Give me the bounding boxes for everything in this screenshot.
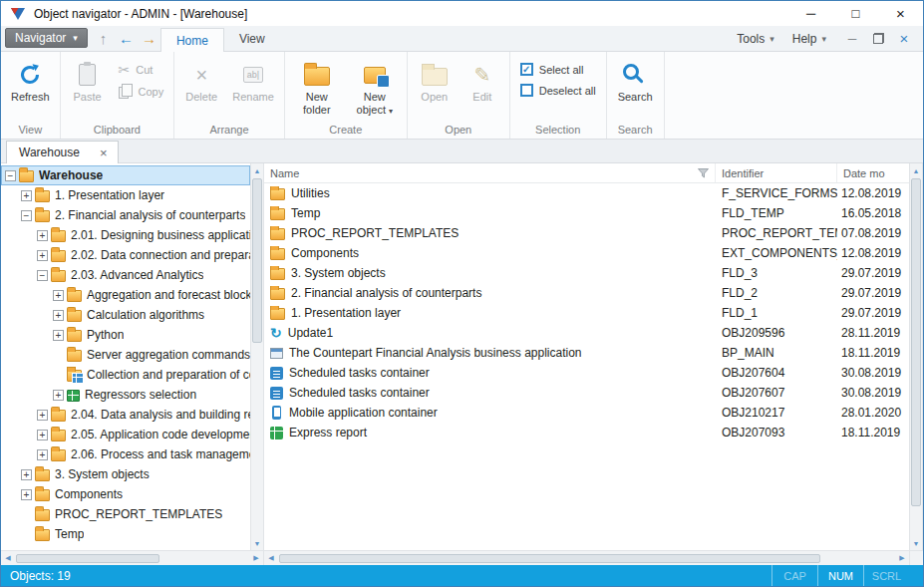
list-row[interactable]: 1. Presentation layerFLD_129.07.2019 <box>264 303 909 323</box>
help-menu[interactable]: Help ▾ <box>783 26 835 51</box>
tab-home[interactable]: Home <box>160 28 224 52</box>
maximize-button[interactable]: □ <box>833 1 878 26</box>
list-row[interactable]: Scheduled tasks containerOBJ20760430.08.… <box>264 363 909 383</box>
tree-vertical-scrollbar[interactable]: ▲ ▼ <box>250 163 264 550</box>
list-horizontal-scrollbar[interactable]: ◀ ▶ <box>264 551 909 565</box>
tree-item[interactable]: −2. Financial analysis of counterparts <box>1 205 250 225</box>
list-row[interactable]: TempFLD_TEMP16.05.2018 <box>264 203 909 223</box>
scroll-right-icon[interactable]: ▶ <box>249 551 263 565</box>
column-header-identifier[interactable]: Identifier <box>716 163 837 182</box>
close-tab-icon[interactable]: × <box>100 146 108 160</box>
tree-item[interactable]: +3. System objects <box>1 464 250 484</box>
edit-button[interactable]: ✎ Edit <box>459 55 506 106</box>
collapse-icon[interactable]: − <box>5 170 16 181</box>
cut-button[interactable]: ✂ Cut <box>112 61 171 79</box>
tools-menu[interactable]: Tools ▾ <box>728 26 783 51</box>
tree-horizontal-scrollbar[interactable]: ◀ ▶ <box>1 551 264 565</box>
scroll-down-icon[interactable]: ▼ <box>909 536 923 550</box>
navigation-arrows: ↑ ← → <box>92 28 160 48</box>
filter-icon[interactable] <box>698 168 709 178</box>
tree-item[interactable]: +Aggregation and forecast blocks <box>1 285 250 305</box>
forward-button[interactable]: → <box>138 28 160 48</box>
up-level-button[interactable]: ↑ <box>92 28 115 48</box>
scheduled-tasks-icon <box>270 367 283 380</box>
scrollbar-thumb[interactable] <box>16 554 159 563</box>
expand-icon[interactable]: + <box>37 230 48 241</box>
expand-icon[interactable]: + <box>53 390 64 401</box>
tab-warehouse[interactable]: Warehouse × <box>6 141 119 163</box>
tree-item[interactable]: +2.02. Data connection and preparation <box>1 245 250 265</box>
tree-item[interactable]: +1. Presentation layer <box>1 185 250 205</box>
list-vertical-scrollbar[interactable]: ▲ ▼ <box>909 163 923 550</box>
tree-item[interactable]: +2.06. Process and task management <box>1 444 250 464</box>
new-object-button[interactable]: New object ▾ <box>346 55 404 119</box>
minimize-document-icon[interactable]: ─ <box>839 26 865 51</box>
tree-item[interactable]: +Python <box>1 325 250 345</box>
tree-item[interactable]: −Warehouse <box>1 165 250 185</box>
tree-item[interactable]: PROC_REPORT_TEMPLATES <box>1 504 250 524</box>
paste-button[interactable]: Paste <box>64 55 112 106</box>
scroll-down-icon[interactable]: ▼ <box>250 536 264 550</box>
expand-icon[interactable]: + <box>53 310 64 321</box>
minimize-button[interactable]: ─ <box>788 1 833 26</box>
tree-item[interactable]: Collection and preparation of consol <box>1 365 250 385</box>
new-folder-button[interactable]: New folder <box>288 55 346 119</box>
expand-icon[interactable]: + <box>37 250 48 261</box>
tree-item[interactable]: −2.03. Advanced Analytics <box>1 265 250 285</box>
navigator-menu-button[interactable]: Navigator ▾ <box>5 28 88 48</box>
list-row[interactable]: Scheduled tasks containerOBJ20760730.08.… <box>264 383 909 403</box>
list-row[interactable]: 2. Financial analysis of counterpartsFLD… <box>264 283 909 303</box>
object-list: UtilitiesF_SERVICE_FORMS12.08.2019TempFL… <box>264 183 909 442</box>
list-row[interactable]: ComponentsEXT_COMPONENTS_F...12.08.2019 <box>264 243 909 263</box>
expand-icon[interactable]: + <box>21 190 32 201</box>
list-row[interactable]: PROC_REPORT_TEMPLATESPROC_REPORT_TEMP...… <box>264 223 909 243</box>
tree-item[interactable]: +Calculation algorithms <box>1 305 250 325</box>
tree-item[interactable]: Temp <box>1 524 250 544</box>
tab-view[interactable]: View <box>224 27 280 51</box>
object-name: The Countepart Financial Analysis busine… <box>289 346 582 360</box>
tree-item[interactable]: +Regressors selection <box>1 385 250 405</box>
scroll-left-icon[interactable]: ◀ <box>1 551 15 565</box>
list-row[interactable]: ↻Update1OBJ20959628.11.2019 <box>264 323 909 343</box>
tree-item[interactable]: +Components <box>1 484 250 504</box>
delete-button[interactable]: × Delete <box>177 55 225 106</box>
scrollbar-thumb[interactable] <box>279 554 820 563</box>
search-button[interactable]: Search <box>611 55 660 106</box>
tree-item[interactable]: Server aggregation commands <box>1 345 250 365</box>
list-row[interactable]: Express reportOBJ20709318.11.2019 <box>264 423 909 442</box>
scroll-left-icon[interactable]: ◀ <box>264 551 278 565</box>
collapse-icon[interactable]: − <box>21 210 32 221</box>
copy-button[interactable]: Copy <box>112 83 171 101</box>
column-header-date[interactable]: Date mo <box>837 163 909 182</box>
expand-icon[interactable]: + <box>37 430 48 440</box>
scrollbar-thumb[interactable] <box>252 178 262 343</box>
list-row[interactable]: Mobile application containerOBJ21021728.… <box>264 403 909 423</box>
list-row[interactable]: The Countepart Financial Analysis busine… <box>264 343 909 363</box>
scroll-up-icon[interactable]: ▲ <box>909 163 923 177</box>
expand-icon[interactable]: + <box>21 469 32 480</box>
scrollbar-thumb[interactable] <box>911 178 921 506</box>
restore-document-icon[interactable] <box>865 26 891 51</box>
list-row[interactable]: UtilitiesF_SERVICE_FORMS12.08.2019 <box>264 183 909 203</box>
expand-icon[interactable]: + <box>21 489 32 500</box>
refresh-button[interactable]: Refresh <box>4 55 57 106</box>
tree-item[interactable]: +2.05. Application code development fo <box>1 425 250 444</box>
open-button[interactable]: Open <box>411 55 459 106</box>
select-all-button[interactable]: ✓ Select all <box>513 61 603 78</box>
expand-icon[interactable]: + <box>37 410 48 421</box>
list-row[interactable]: 3. System objectsFLD_329.07.2019 <box>264 263 909 283</box>
scroll-right-icon[interactable]: ▶ <box>895 551 909 565</box>
collapse-icon[interactable]: − <box>37 270 48 281</box>
expand-icon[interactable]: + <box>53 330 64 341</box>
scroll-up-icon[interactable]: ▲ <box>250 163 264 177</box>
expand-icon[interactable]: + <box>37 449 48 460</box>
expand-icon[interactable]: + <box>53 290 64 301</box>
rename-button[interactable]: ab| Rename <box>225 55 281 106</box>
deselect-all-button[interactable]: ✓ Deselect all <box>513 82 603 99</box>
back-button[interactable]: ← <box>115 28 138 48</box>
tree-item[interactable]: +2.01. Designing business application <box>1 225 250 245</box>
close-button[interactable]: × <box>878 1 923 26</box>
column-header-name[interactable]: Name <box>264 163 716 182</box>
close-document-icon[interactable]: × <box>891 26 917 51</box>
tree-item[interactable]: +2.04. Data analysis and building report <box>1 405 250 425</box>
